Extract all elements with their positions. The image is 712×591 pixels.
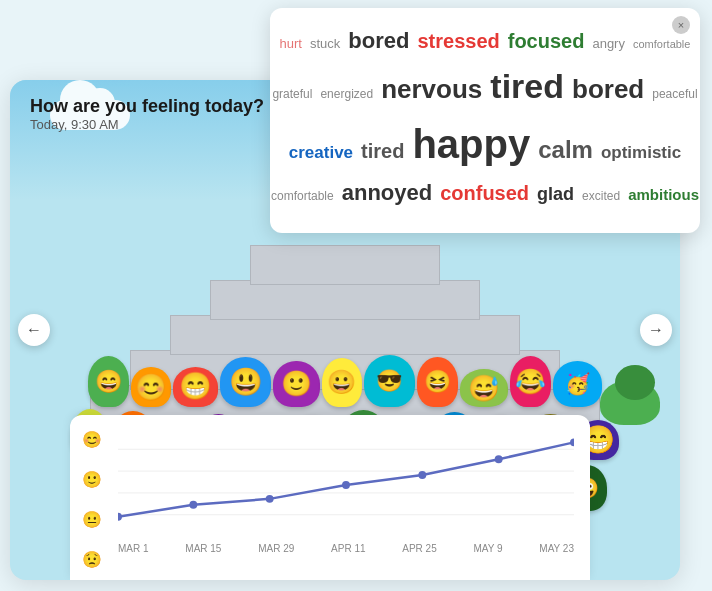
word-energized[interactable]: energized (320, 86, 373, 103)
svg-point-10 (570, 438, 574, 446)
bush-decoration (600, 380, 660, 425)
chart-label-apr25: APR 25 (402, 543, 436, 554)
word-excited[interactable]: excited (582, 188, 620, 205)
monster-item: 🥳 (553, 361, 602, 407)
word-confused[interactable]: confused (440, 179, 529, 207)
monster-item: 😀 (322, 358, 362, 407)
chart-label-apr11: APR 11 (331, 543, 365, 554)
chart-emoji-scale: 😊 🙂 😐 😟 😠 (80, 427, 104, 580)
monster-item: 😆 (417, 357, 459, 407)
word-grateful[interactable]: grateful (272, 86, 312, 103)
monster-item: 😄 (88, 356, 129, 407)
app-title: How are you feeling today? (30, 96, 264, 117)
word-bored-2[interactable]: bored (572, 71, 644, 107)
word-row-2: grateful energized nervous tired bored p… (290, 63, 680, 111)
word-nervous[interactable]: nervous (381, 71, 482, 107)
svg-point-8 (418, 471, 426, 479)
word-ambitious[interactable]: ambitious (628, 184, 699, 205)
emoji-neutral: 😐 (80, 507, 104, 531)
monster-item: 😎 (364, 355, 415, 407)
chart-label-may9: MAY 9 (474, 543, 503, 554)
close-button[interactable]: × (672, 16, 690, 34)
chart-label-may23: MAY 23 (539, 543, 574, 554)
monster-item: 😅 (460, 369, 508, 407)
chart-x-labels: MAR 1 MAR 15 MAR 29 APR 11 APR 25 MAY 9 … (118, 543, 574, 554)
word-glad[interactable]: glad (537, 182, 574, 207)
svg-point-6 (266, 495, 274, 503)
emoji-happy: 🙂 (80, 467, 104, 491)
word-annoyed[interactable]: annoyed (342, 178, 432, 209)
monster-item: 😊 (131, 367, 171, 406)
word-hurt[interactable]: hurt (280, 35, 302, 53)
monster-item: 😃 (220, 357, 272, 407)
word-stuck[interactable]: stuck (310, 35, 340, 53)
word-tired-1[interactable]: tired (490, 63, 564, 111)
monster-item: 🙂 (273, 361, 319, 407)
chart-label-mar1: MAR 1 (118, 543, 149, 554)
svg-point-5 (189, 501, 197, 509)
word-optimistic[interactable]: optimistic (601, 141, 681, 165)
word-bored-1[interactable]: bored (348, 26, 409, 57)
word-row-1: hurt stuck bored stressed focused angry … (290, 26, 680, 57)
app-subtitle: Today, 9:30 AM (30, 117, 264, 132)
app-header: How are you feeling today? Today, 9:30 A… (10, 80, 284, 140)
chart-content: MAR 1 MAR 15 MAR 29 APR 11 APR 25 MAY 9 … (118, 427, 574, 572)
word-happy[interactable]: happy (412, 116, 530, 172)
word-creative[interactable]: creative (289, 141, 353, 165)
chart-label-mar15: MAR 15 (185, 543, 221, 554)
word-peaceful[interactable]: peaceful (652, 86, 697, 103)
nav-right-button[interactable]: → (640, 314, 672, 346)
svg-point-7 (342, 481, 350, 489)
chart-area: 😊 🙂 😐 😟 😠 (70, 415, 590, 580)
word-comfortable-1[interactable]: comfortable (633, 37, 690, 52)
word-focused[interactable]: focused (508, 27, 585, 55)
word-cloud-card: × hurt stuck bored stressed focused angr… (270, 8, 700, 233)
word-row-4: comfortable annoyed confused glad excite… (290, 178, 680, 209)
chart-line-graph (118, 427, 574, 537)
nav-left-button[interactable]: ← (18, 314, 50, 346)
word-angry[interactable]: angry (592, 35, 625, 53)
svg-point-4 (118, 513, 122, 521)
word-comfortable-2[interactable]: comfortable (271, 188, 334, 205)
word-stressed[interactable]: stressed (417, 27, 499, 55)
word-calm[interactable]: calm (538, 133, 593, 167)
monster-item: 😂 (510, 356, 551, 407)
chart-label-mar29: MAR 29 (258, 543, 294, 554)
word-tired-2[interactable]: tired (361, 137, 404, 165)
emoji-very-happy: 😊 (80, 427, 104, 451)
monster-item: 😁 (173, 367, 218, 407)
svg-point-9 (495, 455, 503, 463)
word-row-3: creative tired happy calm optimistic (290, 116, 680, 172)
emoji-sad: 😟 (80, 547, 104, 571)
